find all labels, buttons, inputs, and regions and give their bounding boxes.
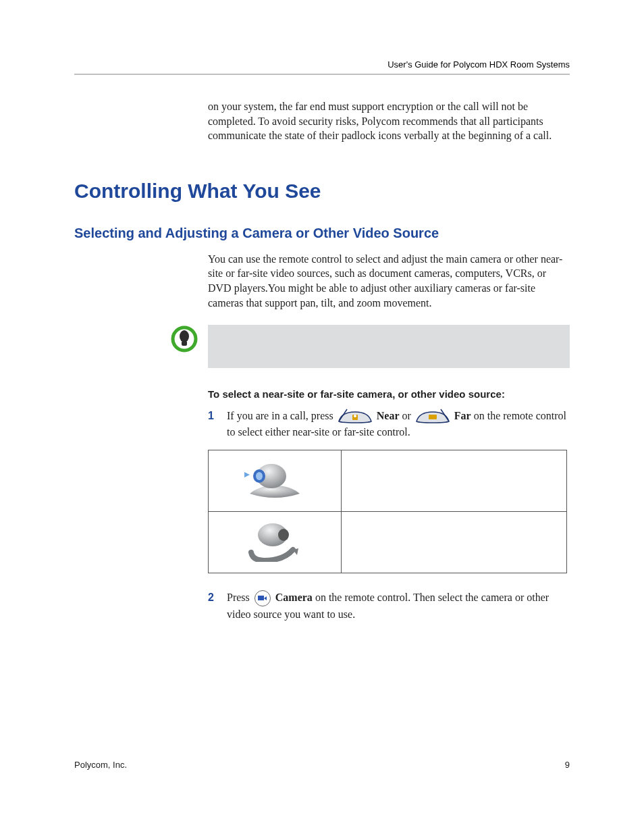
far-button-icon (415, 411, 450, 423)
step-number: 2 (208, 590, 227, 623)
far-camera-icon (209, 512, 342, 573)
far-label: Far (454, 410, 471, 421)
near-camera-desc (342, 450, 567, 512)
heading-selecting-camera: Selecting and Adjusting a Camera or Othe… (74, 226, 570, 241)
step1-text2: or (402, 410, 413, 421)
page-number: 9 (565, 760, 570, 770)
near-button-icon (338, 411, 373, 423)
svg-point-8 (256, 472, 263, 480)
step2-text1: Press (227, 592, 252, 603)
far-camera-desc (342, 512, 567, 573)
svg-point-1 (180, 330, 189, 342)
note-box (208, 325, 570, 368)
tip-icon (170, 325, 198, 353)
near-label: Near (377, 410, 400, 421)
note-block (74, 325, 570, 368)
table-row (209, 512, 567, 573)
table-row (209, 450, 567, 512)
running-header: User's Guide for Polycom HDX Room System… (74, 59, 570, 70)
continued-paragraph: on your system, the far end must support… (208, 99, 570, 143)
header-rule (74, 74, 570, 75)
camera-icon-table (208, 450, 567, 573)
svg-point-4 (354, 415, 356, 417)
step1-text1: If you are in a call, press (227, 410, 336, 421)
svg-rect-5 (429, 415, 437, 419)
step-1: 1 If you are in a call, press Near or (208, 408, 570, 440)
page-footer: Polycom, Inc. 9 (74, 760, 570, 770)
body-paragraph: You can use the remote control to select… (208, 252, 570, 310)
heading-controlling: Controlling What You See (74, 180, 570, 203)
camera-button-icon (254, 590, 271, 606)
svg-rect-2 (182, 341, 187, 346)
step-number: 1 (208, 408, 227, 440)
procedure-heading: To select a near-site or far-site camera… (208, 388, 570, 400)
footer-company: Polycom, Inc. (74, 760, 127, 770)
step-2: 2 Press Camera on the remote control. Th… (208, 590, 570, 623)
near-camera-icon (209, 450, 342, 512)
svg-point-10 (278, 529, 289, 541)
camera-label: Camera (275, 592, 313, 603)
